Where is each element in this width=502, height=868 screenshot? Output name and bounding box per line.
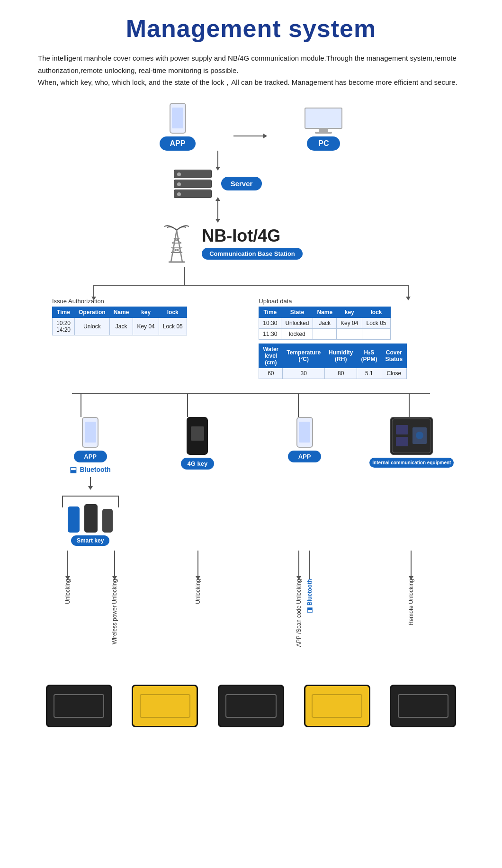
cover-detail-2 (225, 694, 276, 718)
upload2-col-humidity: Humidity(RH) (325, 344, 357, 368)
svg-line-0 (171, 230, 177, 262)
covers-row (38, 685, 464, 727)
cover-3 (210, 685, 292, 727)
page-title: Management system (38, 14, 464, 43)
page-container: Management system The intelligent manhol… (0, 0, 502, 746)
bt-icon: ⬓ (70, 465, 77, 474)
upload-table-2: Waterlevel(cm) Temperature(°C) Humidity(… (259, 344, 407, 379)
svg-rect-12 (396, 425, 408, 434)
cover-5 (382, 685, 464, 727)
key-blue (68, 506, 80, 533)
issue-col-lock: lock (159, 307, 187, 317)
intro-text: The intelligent manhole cover comes with… (38, 52, 464, 89)
key-black-2 (102, 509, 113, 533)
upload2-col-temp: Temperature(°C) (283, 344, 325, 368)
nbiot-node: NB-Iot/4G Communication Base Station (0, 222, 464, 264)
comm-device-icon (390, 417, 433, 455)
issue-col-key: key (133, 307, 159, 317)
svg-point-15 (416, 432, 423, 439)
cover-black-3 (390, 685, 456, 727)
app2-screen (299, 422, 310, 443)
server-unit-3 (174, 190, 212, 198)
app1-label: APP (74, 451, 107, 462)
upload-data-title: Upload data (259, 298, 450, 305)
upload-col-key: key (337, 307, 362, 317)
upload2-col-cover: CoverStatus (381, 344, 407, 368)
cover-detail-yellow-1 (140, 694, 190, 718)
comm-svg (391, 418, 432, 454)
device-col-4gkey: 4G key (151, 417, 244, 470)
tower-icon (161, 222, 192, 264)
comm-label: Internal communication equipment (369, 458, 454, 468)
cover-1 (38, 685, 120, 727)
upload-col-lock: lock (362, 307, 390, 317)
cover-detail-3 (398, 694, 448, 718)
server-node: Server (0, 170, 464, 198)
monitor-stand (319, 129, 328, 132)
server-unit-2 (174, 180, 212, 188)
app-label: APP (160, 136, 196, 151)
cell: Lock 05 (362, 317, 390, 328)
cell: Lock 05 (159, 317, 187, 335)
cell: 11:30 (259, 328, 281, 339)
cell: 30 (283, 368, 325, 379)
unlock-line-3: Unlocking (195, 551, 201, 647)
upload-table-1: Time State Name key lock 10:30 Unlocked … (259, 307, 390, 340)
cover-yellow-1 (132, 685, 198, 727)
nbiot-title: NB-Iot/4G (202, 226, 280, 246)
unlock-line-2: Wireless power Unlocking (111, 551, 118, 647)
issue-col-name: Name (109, 307, 133, 317)
unlock-label-3: Unlocking (195, 579, 201, 604)
unlock-line-1: Unlocking (64, 551, 71, 647)
bottom-devices-row: APP ⬓ Bluetooth (38, 417, 464, 546)
table-row: 10:2014:20 Unlock Jack Key 04 Lock 05 (53, 317, 187, 335)
phone-screen (172, 108, 183, 128)
cell-state-locked: locked (281, 328, 313, 339)
monitor-icon (305, 108, 342, 134)
4gkey-label: 4G key (181, 458, 214, 470)
4gkey-icon (187, 417, 208, 455)
app2-label: APP (288, 451, 321, 462)
unlock-label-1: Unlocking (64, 579, 71, 604)
app-node: APP (160, 103, 196, 151)
issue-auth-title: Issue Authorization (52, 298, 211, 305)
monitor-screen (305, 108, 342, 129)
bt-text: Bluetooth (80, 466, 110, 473)
upload-data-section: Upload data Time State Name key lock 10:… (259, 298, 450, 379)
server-unit-1 (174, 170, 212, 178)
unlock-line-5: Remote Unlocking (408, 551, 414, 647)
bt2-row: ⬓ Bluetooth (306, 579, 314, 615)
cell: Unlock (75, 317, 110, 335)
cell: Key 04 (337, 317, 362, 328)
vert-lines-to-covers: Unlocking Wireless power Unlocking Unloc… (38, 551, 464, 647)
upload-col-time: Time (259, 307, 281, 317)
nbiot-labels: NB-Iot/4G Communication Base Station (202, 226, 303, 260)
smart-key-label: Smart key (71, 535, 109, 546)
upload2-col-h2s: H₂S(PPM) (357, 344, 381, 368)
cell: Jack (109, 317, 133, 335)
table-row: 60 30 80 5.1 Close (259, 368, 407, 379)
issue-auth-table: Time Operation Name key lock 10:2014:20 … (52, 307, 187, 335)
cover-detail-1 (54, 694, 104, 718)
smart-key-line (62, 496, 119, 497)
cell: 60 (259, 368, 283, 379)
device-col-app1: APP ⬓ Bluetooth (44, 417, 137, 546)
cell (337, 328, 362, 339)
cell: 5.1 (357, 368, 381, 379)
device-col-comm: Internal communication equipment (365, 417, 458, 468)
server-icon (174, 170, 212, 198)
issue-col-op: Operation (75, 307, 110, 317)
bt-arrow (90, 477, 91, 489)
upload-col-state: State (281, 307, 313, 317)
table-row: 11:30 locked (259, 328, 390, 339)
cover-detail-yellow-2 (312, 694, 362, 718)
cell: Key 04 (133, 317, 159, 335)
cell: 10:2014:20 (53, 317, 75, 335)
unlock-label-4: APP /Scan code Unlocking (296, 579, 302, 647)
app2-phone (296, 417, 313, 448)
col3-lines: APP /Scan code Unlocking ⬓ Bluetooth (258, 551, 351, 647)
monitor-base (315, 132, 332, 134)
app1-phone (82, 417, 99, 448)
bluetooth-label: ⬓ Bluetooth (70, 465, 110, 474)
unlock-line-4: APP /Scan code Unlocking (296, 551, 302, 647)
